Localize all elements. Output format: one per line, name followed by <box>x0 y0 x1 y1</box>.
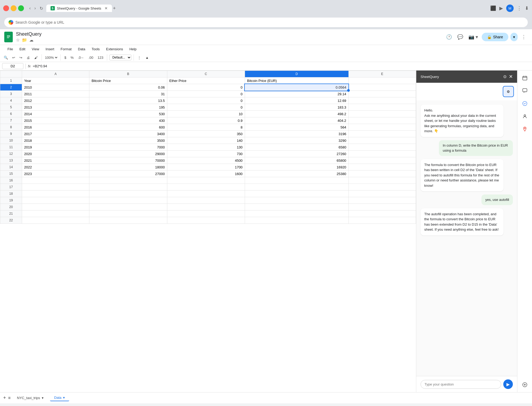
cell[interactable] <box>348 217 416 224</box>
cell[interactable]: 2012 <box>22 97 89 104</box>
cell[interactable]: 2016 <box>22 124 89 131</box>
format-123-button[interactable]: 123 <box>96 55 105 61</box>
cell[interactable]: 2022 <box>22 164 89 171</box>
cell[interactable] <box>348 197 416 204</box>
menu-file[interactable]: File <box>4 45 16 53</box>
font-select[interactable]: Default... Arial <box>109 55 131 60</box>
cell[interactable] <box>245 190 348 197</box>
cell[interactable] <box>167 210 245 217</box>
cell[interactable]: 2020 <box>22 151 89 157</box>
menu-help[interactable]: Help <box>126 45 140 53</box>
cell[interactable] <box>245 184 348 190</box>
cell[interactable] <box>348 104 416 111</box>
fill-handle[interactable] <box>347 89 350 92</box>
cell[interactable] <box>22 210 89 217</box>
col-header-e[interactable]: E <box>348 71 416 77</box>
chat-send-button[interactable]: ▶ <box>503 379 513 389</box>
panel-gear-button[interactable]: ⚙ <box>503 86 514 97</box>
search-toolbar-button[interactable]: 🔍 <box>2 55 10 61</box>
cell[interactable] <box>348 111 416 117</box>
cell[interactable]: 2021 <box>22 157 89 164</box>
row-header[interactable]: 1 <box>0 77 22 84</box>
sidebar-maps-icon[interactable] <box>519 124 530 134</box>
cell[interactable]: 4500 <box>167 157 245 164</box>
minimize-window-button[interactable] <box>11 5 16 11</box>
cell[interactable]: Ether Price <box>167 77 245 84</box>
cell[interactable] <box>89 190 167 197</box>
cell[interactable]: 3196 <box>245 131 348 137</box>
cell[interactable]: 0 <box>167 97 245 104</box>
cell[interactable]: 2013 <box>22 104 89 111</box>
cell[interactable] <box>89 184 167 190</box>
cell[interactable]: 2015 <box>22 117 89 124</box>
cell[interactable] <box>348 171 416 177</box>
cell[interactable] <box>245 197 348 204</box>
add-sheet-button[interactable]: + <box>3 395 6 401</box>
cell-reference-input[interactable] <box>2 63 23 69</box>
spreadsheet[interactable]: A B C D E 1YearBitcoin PriceEther PriceB… <box>0 71 416 392</box>
cell[interactable]: 27000 <box>89 171 167 177</box>
sheet-list-button[interactable]: ≡ <box>8 396 11 400</box>
panel-settings-button[interactable]: ⚙ <box>503 74 507 79</box>
menu-edit[interactable]: Edit <box>16 45 28 53</box>
cell[interactable] <box>22 204 89 210</box>
cell[interactable] <box>348 164 416 171</box>
cell[interactable]: 350 <box>167 131 245 137</box>
formula-input[interactable] <box>33 64 530 68</box>
more-toolbar-button[interactable]: ⋮ <box>136 55 143 61</box>
row-header[interactable]: 15 <box>0 171 22 177</box>
cell[interactable]: 404.2 <box>245 117 348 124</box>
currency-button[interactable]: $ <box>63 55 68 61</box>
collapse-toolbar-button[interactable]: ▲ <box>144 55 150 61</box>
history-icon[interactable]: 🕐 <box>444 32 454 42</box>
address-bar[interactable]: Search Google or type a URL <box>4 18 528 27</box>
row-header[interactable]: 8 <box>0 124 22 131</box>
cell[interactable]: 16920 <box>245 164 348 171</box>
new-tab-button[interactable]: + <box>113 6 116 11</box>
tab-close-button[interactable]: ✕ <box>105 6 108 10</box>
cell[interactable]: 18000 <box>89 164 167 171</box>
cell[interactable]: 130 <box>167 144 245 151</box>
cell[interactable] <box>22 190 89 197</box>
extensions-icon[interactable]: ⬛ <box>490 5 496 11</box>
cell[interactable]: 530 <box>89 111 167 117</box>
sidebar-contacts-icon[interactable] <box>519 111 530 122</box>
cell[interactable] <box>245 210 348 217</box>
chat-input[interactable] <box>421 380 501 389</box>
menu-tools[interactable]: Tools <box>88 45 103 53</box>
cell[interactable] <box>348 204 416 210</box>
cell[interactable]: 2010 <box>22 84 89 91</box>
percent-button[interactable]: % <box>69 55 75 61</box>
col-header-d[interactable]: D <box>245 71 348 77</box>
cell[interactable] <box>167 177 245 184</box>
cell[interactable]: 65800 <box>245 157 348 164</box>
cell[interactable]: 2017 <box>22 131 89 137</box>
screen-record-icon[interactable]: ▶ <box>499 5 503 11</box>
cell[interactable] <box>348 144 416 151</box>
cell[interactable] <box>167 197 245 204</box>
cell[interactable]: 498.2 <box>245 111 348 117</box>
row-header[interactable]: 21 <box>0 210 22 217</box>
cell[interactable] <box>348 84 416 91</box>
cell[interactable]: 2023 <box>22 171 89 177</box>
col-header-a[interactable]: A <box>22 71 89 77</box>
expand-icon[interactable]: ⬇ <box>525 5 529 11</box>
undo-button[interactable]: ↩ <box>11 55 17 61</box>
row-header[interactable]: 18 <box>0 190 22 197</box>
cell[interactable]: 730 <box>167 151 245 157</box>
cell[interactable] <box>348 151 416 157</box>
reload-button[interactable]: ↻ <box>39 5 44 12</box>
cell[interactable]: 1700 <box>167 164 245 171</box>
cell[interactable] <box>348 137 416 144</box>
menu-insert[interactable]: Insert <box>42 45 57 53</box>
row-header[interactable]: 17 <box>0 184 22 190</box>
cell[interactable] <box>348 124 416 131</box>
cell[interactable] <box>89 177 167 184</box>
cell[interactable]: 2018 <box>22 137 89 144</box>
cell[interactable]: 2014 <box>22 111 89 117</box>
forward-button[interactable]: › <box>33 5 37 12</box>
cell[interactable]: 13.5 <box>89 97 167 104</box>
cell[interactable] <box>167 184 245 190</box>
cell[interactable]: 12.69 <box>245 97 348 104</box>
sidebar-add-icon[interactable] <box>519 379 530 390</box>
